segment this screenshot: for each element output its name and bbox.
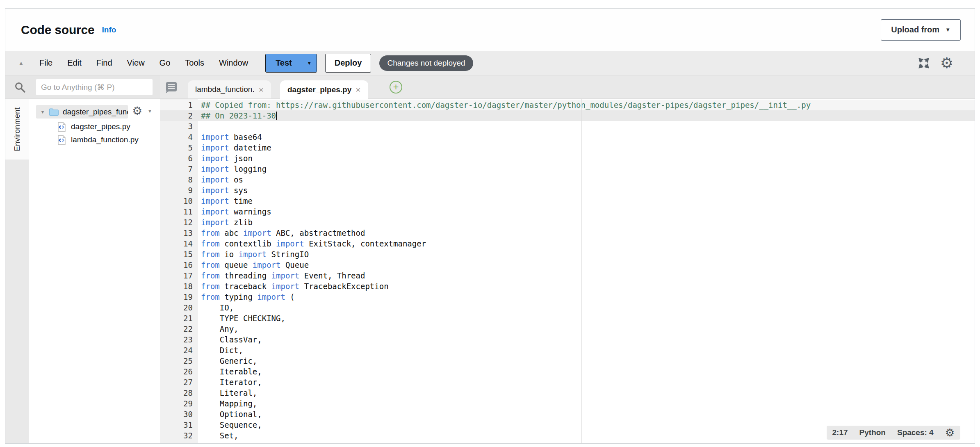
info-link[interactable]: Info — [102, 25, 116, 34]
code-line[interactable]: from traceback import TracebackException — [198, 281, 389, 292]
menu-item-window[interactable]: Window — [219, 58, 248, 68]
menu-item-find[interactable]: Find — [96, 58, 112, 68]
code-line[interactable]: TYPE_CHECKING, — [198, 313, 285, 324]
close-tab-icon[interactable]: × — [356, 85, 360, 94]
tree-settings-caret-icon[interactable]: ▼ — [148, 109, 152, 114]
code-line-row[interactable]: 3 — [160, 121, 975, 132]
code-line-row[interactable]: 21 TYPE_CHECKING, — [160, 313, 975, 324]
code-line[interactable]: Iterable, — [198, 366, 262, 377]
line-number[interactable]: 15 — [160, 249, 198, 260]
line-number[interactable]: 27 — [160, 377, 198, 388]
tab-lambda-function[interactable]: lambda_function.× — [188, 80, 271, 98]
code-line[interactable]: Any, — [198, 324, 239, 334]
code-line-row[interactable]: 33 TextIO — [160, 441, 975, 443]
code-line[interactable]: Sequence, — [198, 420, 262, 430]
line-number[interactable]: 22 — [160, 324, 198, 334]
code-line[interactable]: import time — [198, 196, 253, 206]
line-number[interactable]: 3 — [160, 121, 198, 132]
line-number[interactable]: 29 — [160, 398, 198, 409]
code-line-row[interactable]: 17from threading import Event, Thread — [160, 270, 975, 281]
line-number[interactable]: 28 — [160, 388, 198, 398]
menu-item-go[interactable]: Go — [160, 58, 171, 68]
code-line-row[interactable]: 30 Optional, — [160, 409, 975, 420]
goto-anything-input[interactable] — [36, 79, 153, 95]
statusbar-gear-icon[interactable]: ⚙ — [945, 427, 955, 438]
line-number[interactable]: 16 — [160, 260, 198, 270]
line-number[interactable]: 13 — [160, 228, 198, 238]
menu-item-tools[interactable]: Tools — [185, 58, 204, 68]
code-line-row[interactable]: 29 Mapping, — [160, 398, 975, 409]
code-line-row[interactable]: 12import zlib — [160, 217, 975, 228]
code-line-row[interactable]: 18from traceback import TracebackExcepti… — [160, 281, 975, 292]
line-number[interactable]: 17 — [160, 270, 198, 281]
code-line[interactable]: from threading import Event, Thread — [198, 270, 365, 281]
code-line[interactable]: Set, — [198, 430, 239, 441]
code-line-row[interactable]: 7import logging — [160, 164, 975, 174]
line-number[interactable]: 18 — [160, 281, 198, 292]
line-number[interactable]: 23 — [160, 334, 198, 345]
code-line-row[interactable]: 22 Any, — [160, 324, 975, 334]
environment-tab[interactable]: Environment — [5, 99, 29, 160]
code-line[interactable]: IO, — [198, 302, 234, 313]
test-options-button[interactable]: ▼ — [302, 54, 317, 72]
code-line-row[interactable]: 1## Copied from: https://raw.githubuserc… — [160, 100, 975, 110]
indent-setting[interactable]: Spaces: 4 — [897, 428, 934, 437]
code-line[interactable]: Optional, — [198, 409, 262, 420]
menu-item-edit[interactable]: Edit — [67, 58, 81, 68]
line-number[interactable]: 8 — [160, 174, 198, 185]
code-line[interactable]: import logging — [198, 164, 267, 174]
line-number[interactable]: 5 — [160, 142, 198, 153]
code-line[interactable]: import warnings — [198, 206, 271, 217]
line-number[interactable]: 12 — [160, 217, 198, 228]
line-number[interactable]: 11 — [160, 206, 198, 217]
test-button[interactable]: Test — [266, 54, 302, 72]
fullscreen-expand-icon[interactable] — [918, 57, 930, 69]
code-line-row[interactable]: 6import json — [160, 153, 975, 164]
tree-folder-row[interactable]: ▼ dagster_pipes_funct — [36, 105, 128, 119]
line-number[interactable]: 6 — [160, 153, 198, 164]
upload-from-button[interactable]: Upload from ▼ — [881, 19, 961, 41]
deploy-button[interactable]: Deploy — [325, 54, 371, 73]
code-line-row[interactable]: 19from typing import ( — [160, 292, 975, 302]
tree-file-row[interactable]: lambda_function.py — [29, 134, 160, 146]
line-number[interactable]: 24 — [160, 345, 198, 356]
line-number[interactable]: 10 — [160, 196, 198, 206]
code-line-row[interactable]: 15from io import StringIO — [160, 249, 975, 260]
tab-list-icon[interactable] — [165, 81, 178, 93]
line-number[interactable]: 32 — [160, 430, 198, 441]
code-line[interactable]: ## On 2023-11-30 — [198, 110, 277, 121]
line-number[interactable]: 2 — [160, 110, 198, 121]
code-line[interactable]: Dict, — [198, 345, 243, 356]
line-number[interactable]: 19 — [160, 292, 198, 302]
collapse-panel-icon[interactable]: ▲ — [14, 60, 29, 66]
code-line-row[interactable]: 26 Iterable, — [160, 366, 975, 377]
code-line[interactable]: from abc import ABC, abstractmethod — [198, 228, 365, 238]
code-line[interactable]: Mapping, — [198, 398, 257, 409]
line-number[interactable]: 31 — [160, 420, 198, 430]
code-line[interactable]: import json — [198, 153, 253, 164]
line-number[interactable]: 33 — [160, 441, 198, 443]
code-line-row[interactable]: 10import time — [160, 196, 975, 206]
code-line-row[interactable]: 11import warnings — [160, 206, 975, 217]
code-line[interactable]: from queue import Queue — [198, 260, 309, 270]
code-line-row[interactable]: 24 Dict, — [160, 345, 975, 356]
line-number[interactable]: 1 — [160, 100, 198, 110]
code-line[interactable]: import os — [198, 174, 243, 185]
tree-file-row[interactable]: dagster_pipes.py — [29, 121, 160, 133]
code-line[interactable]: Iterator, — [198, 377, 262, 388]
close-tab-icon[interactable]: × — [259, 85, 264, 94]
code-editor[interactable]: 1## Copied from: https://raw.githubuserc… — [160, 99, 975, 443]
new-tab-button[interactable]: + — [390, 81, 402, 94]
code-line[interactable]: Literal, — [198, 388, 257, 398]
code-line[interactable]: from contextlib import ExitStack, contex… — [198, 238, 426, 249]
line-number[interactable]: 7 — [160, 164, 198, 174]
tree-settings-gear-icon[interactable]: ⚙ — [132, 105, 142, 117]
line-number[interactable]: 21 — [160, 313, 198, 324]
menu-item-view[interactable]: View — [127, 58, 145, 68]
line-number[interactable]: 25 — [160, 356, 198, 366]
code-line[interactable]: import zlib — [198, 217, 253, 228]
code-line-row[interactable]: 4import base64 — [160, 132, 975, 142]
code-line[interactable]: import sys — [198, 185, 248, 196]
cursor-position[interactable]: 2:17 — [832, 428, 848, 437]
code-line-row[interactable]: 8import os — [160, 174, 975, 185]
